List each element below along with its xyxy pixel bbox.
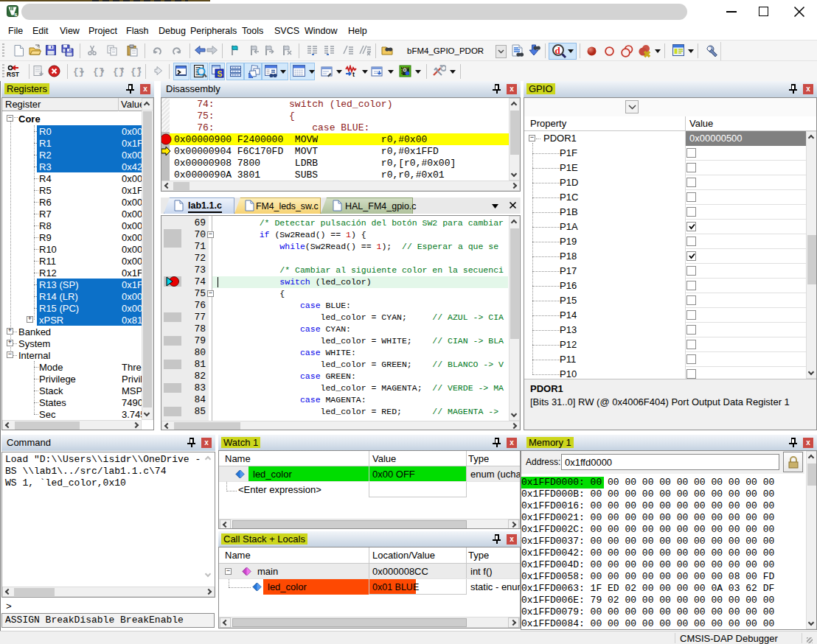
svg-text:d: d bbox=[555, 45, 561, 56]
svg-text:S: S bbox=[218, 69, 223, 78]
svg-text:s: s bbox=[14, 11, 18, 18]
svg-text:t: t bbox=[352, 71, 355, 78]
svg-text:RST: RST bbox=[7, 71, 20, 78]
